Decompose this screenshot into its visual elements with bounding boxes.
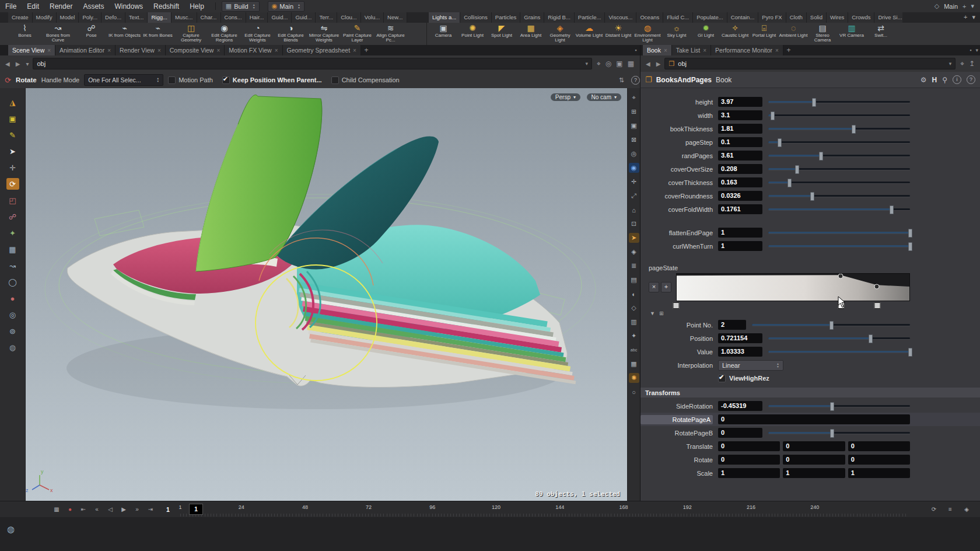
shelf-tab-cloth[interactable]: Cloth	[786, 12, 807, 23]
shelf-tab-lights-a[interactable]: Lights a...	[429, 12, 460, 23]
pane-tab-geometry-spreadsheet[interactable]: Geometry Spreadsheet×	[283, 45, 361, 55]
shelf-tool-ik-from-bones[interactable]: ⌁IK from Bones	[141, 23, 174, 45]
radial-menu-icon[interactable]: ◎	[629, 149, 639, 159]
param-slider-curlwhenturn[interactable]	[768, 241, 910, 251]
pane-tab-motion-fx-view[interactable]: Motion FX View×	[225, 45, 282, 55]
param-slider-rotatepageb[interactable]	[768, 428, 910, 438]
slider-handle[interactable]	[908, 242, 912, 251]
shelf-tab-text[interactable]: Text...	[125, 12, 148, 23]
shelf-tab-viscous[interactable]: Viscous...	[605, 12, 636, 23]
follow-selection-icon[interactable]: ◎	[606, 60, 611, 68]
close-icon[interactable]: ×	[703, 47, 706, 54]
pot-tool-icon[interactable]: ◍	[6, 341, 19, 353]
shelf-tab-terr[interactable]: Terr...	[316, 12, 337, 23]
playbar-menu-icon[interactable]: ≡	[945, 506, 956, 512]
shelf-tool-portal-light[interactable]: ⌻Portal Light	[750, 23, 779, 45]
menu-redshift[interactable]: Redshift	[148, 1, 184, 12]
session-menu-icon[interactable]: ▾	[971, 2, 974, 10]
torus-tool-icon[interactable]: ⊚	[6, 325, 19, 337]
spinner-icon[interactable]: ▲▼	[298, 4, 300, 9]
shelf-tab-contain[interactable]: Contain...	[727, 12, 759, 23]
home-view-icon[interactable]: ⌂	[629, 205, 639, 215]
param-slider-coverroundness[interactable]	[768, 191, 910, 201]
param-slider-coveroversize[interactable]	[768, 164, 910, 174]
search-icon[interactable]: ⚲	[942, 76, 947, 84]
layout-grid-icon[interactable]: ▦	[628, 60, 634, 68]
shelf-tab-create[interactable]: Create	[8, 12, 33, 23]
close-icon[interactable]: ×	[775, 47, 779, 54]
shelf-tab-rigid-b[interactable]: Rigid B...	[544, 12, 575, 23]
pose-tool-icon[interactable]: ☍	[6, 211, 19, 222]
param-field-translate-1[interactable]: 0	[783, 441, 845, 451]
toolbar-checkbox-motion-path[interactable]: Motion Path	[168, 76, 213, 84]
translate-handle-icon[interactable]: ✛	[6, 162, 19, 173]
menu-help[interactable]: Help	[184, 1, 209, 12]
shelf-tool-bones[interactable]: ⌇Bones	[8, 23, 41, 45]
param-field-translate-0[interactable]: 0	[718, 441, 780, 451]
param-slider-height[interactable]	[768, 97, 910, 107]
pane-split-icon[interactable]: ▪	[635, 47, 636, 53]
shelf-menu-icon[interactable]: ▾	[972, 13, 975, 21]
shelf-tool-edit-capture-weights[interactable]: ◔Edit Capture Weights	[241, 23, 274, 45]
menu-assets[interactable]: Assets	[78, 1, 109, 12]
slider-handle[interactable]	[830, 429, 834, 438]
shelf-tab-particle[interactable]: Particle...	[575, 12, 606, 23]
shelf-tool-distant-light[interactable]: ☀Distant Light	[604, 23, 633, 45]
shelf-tab-modify[interactable]: Modify	[33, 12, 57, 23]
param-field-height[interactable]: 3.97	[718, 97, 762, 107]
param-field-width[interactable]: 3.1	[718, 110, 762, 120]
shelf-tool-ik-from-objects[interactable]: ⌁IK from Objects	[108, 23, 141, 45]
scene-selector[interactable]: ◉ Main ▲▼	[268, 1, 304, 12]
menu-file[interactable]: File	[0, 1, 22, 12]
wireframe-icon[interactable]: ◇	[629, 303, 639, 313]
play-reverse-icon[interactable]: ◁	[105, 506, 116, 512]
shelf-tab-poly[interactable]: Poly...	[79, 12, 102, 23]
camera-icon[interactable]: ▣	[616, 60, 622, 68]
close-icon[interactable]: ×	[107, 47, 111, 54]
slider-handle[interactable]	[869, 334, 873, 343]
shelf-tab-cons[interactable]: Cons...	[221, 12, 246, 23]
shelf-tab-drive-si[interactable]: Drive Si...	[874, 12, 902, 23]
record-icon[interactable]: ●	[65, 506, 75, 512]
node-name[interactable]: BooksAndPages	[656, 76, 712, 84]
camera-menu-button[interactable]: Persp ▾	[551, 93, 580, 101]
shelf-tab-musc[interactable]: Musc...	[172, 12, 197, 23]
jump-icon[interactable]: ↥	[969, 60, 975, 68]
slider-handle[interactable]	[908, 229, 912, 238]
slider-handle[interactable]	[778, 138, 782, 147]
param-field-rotatepageb[interactable]: 0	[718, 428, 762, 438]
select-state-icon[interactable]: ➤	[629, 233, 639, 243]
param-field-bookthickness[interactable]: 1.81	[718, 124, 762, 134]
shelf-tool-ambient-light[interactable]: ◌Ambient Light	[779, 23, 808, 45]
shelf-tool-sky-light[interactable]: ☼Sky Light	[662, 23, 691, 45]
display-options-icon[interactable]: ▤	[629, 275, 639, 285]
param-slider-siderotation[interactable]	[768, 401, 910, 411]
shelf-tool-mirror-capture-weights[interactable]: ⇋Mirror Capture Weights	[307, 23, 341, 45]
shelf-tab-guid[interactable]: Guid...	[292, 12, 316, 23]
shelf-tab-hair[interactable]: Hair...	[246, 12, 268, 23]
pane-tab-take-list[interactable]: Take List×	[672, 45, 711, 55]
toolbar-checkbox-keep-position-when-parent[interactable]: Keep Position When Parent...	[222, 76, 322, 84]
forward-icon[interactable]: ▶	[14, 61, 22, 67]
path-input[interactable]: ❒ obj ▾	[664, 58, 956, 69]
edit-handles-icon[interactable]: ✎	[6, 129, 19, 141]
select-mode-icon[interactable]: ➤	[6, 145, 19, 157]
slider-handle[interactable]	[812, 98, 816, 107]
param-field-scale-0[interactable]: 1	[718, 468, 780, 478]
pane-maximize-icon[interactable]: ⊞	[629, 107, 639, 117]
shelf-tool-camera[interactable]: ▣Camera	[429, 23, 458, 45]
pane-tab-render-view[interactable]: Render View×	[116, 45, 166, 55]
shelf-tab-char[interactable]: Char...	[197, 12, 221, 23]
shelf-tab-particles[interactable]: Particles	[492, 12, 520, 23]
param-slider-width[interactable]	[768, 110, 910, 120]
shelf-tool-volume-light[interactable]: ☁Volume Light	[575, 23, 604, 45]
toolbar-checkbox-child-compensation[interactable]: Child Compensation	[331, 76, 400, 84]
perspective-view-icon[interactable]: ◉	[629, 163, 639, 173]
param-field-translate-2[interactable]: 0	[848, 441, 910, 451]
slider-handle[interactable]	[810, 192, 814, 201]
param-field-flattenendpage[interactable]: 1	[718, 228, 762, 238]
close-icon[interactable]: ×	[216, 47, 220, 54]
info-icon[interactable]: i	[953, 75, 961, 84]
shelf-tab-clou[interactable]: Clou...	[337, 12, 360, 23]
param-slider-pagestep[interactable]	[768, 137, 910, 147]
